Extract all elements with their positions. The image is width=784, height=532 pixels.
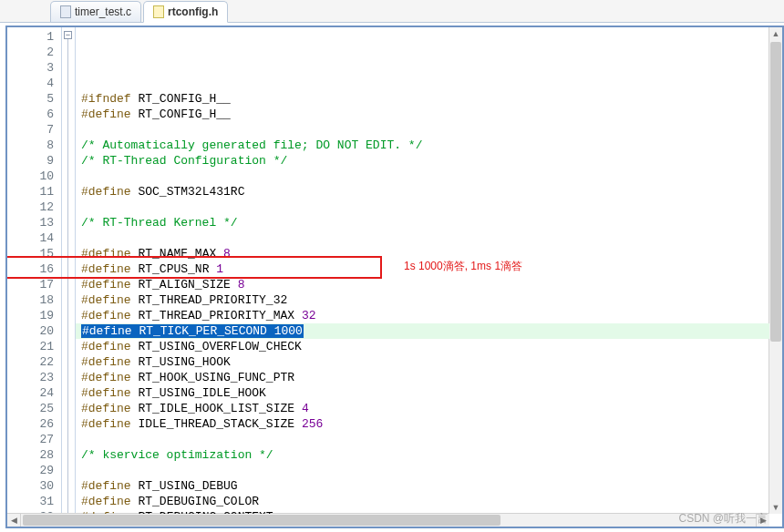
line-number: 25 xyxy=(7,401,61,416)
token-id: RT_CPUS_NR xyxy=(138,262,209,276)
token-id: RT_USING_IDLE_HOOK xyxy=(138,386,265,400)
vertical-scrollbar[interactable]: ▲ ▼ xyxy=(769,27,782,514)
token-id: RT_ALIGN_SIZE xyxy=(138,278,230,292)
token-id: IDLE_THREAD_STACK_SIZE xyxy=(138,417,294,431)
line-number: 28 xyxy=(7,447,61,463)
fold-margin: − xyxy=(62,27,76,514)
code-line[interactable]: #define RT_USING_DEBUG xyxy=(76,478,769,494)
code-line[interactable]: #define RT_HOOK_USING_FUNC_PTR xyxy=(76,370,769,385)
token-kw: #define xyxy=(81,371,131,384)
token-kw: #define xyxy=(81,417,131,431)
line-number: 3 xyxy=(7,60,61,76)
token-kw: #define xyxy=(81,479,131,493)
scroll-up-icon[interactable]: ▲ xyxy=(769,27,782,40)
code-line[interactable]: #define RT_CONFIG_H__ xyxy=(76,107,769,122)
code-line[interactable]: #define RT_THREAD_PRIORITY_MAX 32 xyxy=(76,308,769,323)
horizontal-scrollbar[interactable]: ◀ ▶ xyxy=(7,513,769,527)
line-number: 1 xyxy=(7,29,61,45)
code-line[interactable]: /* RT-Thread Kernel */ xyxy=(76,215,769,230)
token-kw: #define xyxy=(81,107,131,121)
code-line[interactable]: #define RT_USING_HOOK xyxy=(76,354,769,370)
line-number: 2 xyxy=(7,45,61,60)
code-line[interactable]: #define RT_DEBUGING_COLOR xyxy=(76,494,769,509)
line-number: 13 xyxy=(7,215,61,230)
code-line[interactable] xyxy=(76,169,769,184)
line-number: 15 xyxy=(7,246,61,261)
line-number: 27 xyxy=(7,432,61,447)
line-number: 11 xyxy=(7,184,61,200)
line-number: 31 xyxy=(7,494,61,509)
line-number: 21 xyxy=(7,339,61,354)
token-id: RT_HOOK_USING_FUNC_PTR xyxy=(138,371,294,384)
line-number: 17 xyxy=(7,277,61,292)
scroll-left-icon[interactable]: ◀ xyxy=(7,514,21,527)
token-cmt: /* kservice optimization */ xyxy=(81,448,273,462)
code-line[interactable]: #define IDLE_THREAD_STACK_SIZE 256 xyxy=(76,416,769,432)
vscroll-track[interactable] xyxy=(769,40,782,501)
token-id: RT_IDLE_HOOK_LIST_SIZE xyxy=(138,402,294,415)
c-file-icon xyxy=(60,5,71,18)
code-line[interactable]: #define RT_USING_IDLE_HOOK xyxy=(76,385,769,401)
token-id: RT_DEBUGING_CONTEXT xyxy=(138,510,273,514)
fold-toggle-icon[interactable]: − xyxy=(64,31,72,39)
token-kw: #define xyxy=(81,510,131,514)
line-number: 9 xyxy=(7,153,61,169)
token-id: RT_DEBUGING_COLOR xyxy=(138,495,259,508)
code-line[interactable]: /* RT-Thread Configuration */ xyxy=(76,153,769,169)
hscroll-track[interactable] xyxy=(21,514,756,527)
line-number: 30 xyxy=(7,478,61,494)
scroll-down-icon[interactable]: ▼ xyxy=(769,501,782,514)
code-line[interactable]: #define RT_TICK_PER_SECOND 1000 xyxy=(76,323,769,339)
hscroll-thumb[interactable] xyxy=(23,515,500,526)
line-number: 6 xyxy=(7,107,61,122)
token-kw: #define xyxy=(81,495,131,508)
line-number: 12 xyxy=(7,200,61,215)
line-number: 23 xyxy=(7,370,61,385)
code-line[interactable]: #define RT_IDLE_HOOK_LIST_SIZE 4 xyxy=(76,401,769,416)
token-cmt: /* RT-Thread Kernel */ xyxy=(81,216,238,230)
token-kw: #define xyxy=(81,278,131,292)
code-line[interactable]: #define SOC_STM32L431RC xyxy=(76,184,769,200)
token-id: RT_NAME_MAX xyxy=(138,247,216,261)
code-line[interactable] xyxy=(76,463,769,478)
token-id: RT_USING_OVERFLOW_CHECK xyxy=(138,340,301,353)
code-line[interactable]: #ifndef RT_CONFIG_H__ xyxy=(76,91,769,107)
line-number: 7 xyxy=(7,122,61,138)
vscroll-thumb[interactable] xyxy=(770,42,781,342)
selected-text: #define RT_TICK_PER_SECOND 1000 xyxy=(81,324,304,338)
code-line[interactable]: #define RT_THREAD_PRIORITY_32 xyxy=(76,292,769,308)
token-id: RT_THREAD_PRIORITY_MAX xyxy=(138,309,294,322)
line-number: 8 xyxy=(7,138,61,153)
code-area[interactable]: 1s 1000滴答, 1ms 1滴答 #ifndef RT_CONFIG_H__… xyxy=(76,27,769,514)
line-number: 4 xyxy=(7,76,61,91)
token-num: 256 xyxy=(302,417,323,431)
line-number: 16 xyxy=(7,261,61,277)
code-line[interactable] xyxy=(76,122,769,138)
token-cmt: /* Automatically generated file; DO NOT … xyxy=(81,138,422,152)
token-id: RT_USING_DEBUG xyxy=(138,479,237,493)
tab-rtconfig-h[interactable]: rtconfig.h xyxy=(143,1,228,23)
code-line[interactable] xyxy=(76,230,769,246)
token-num: 8 xyxy=(223,247,231,261)
tab-timer_test-c[interactable]: timer_test.c xyxy=(50,1,141,22)
tab-label: rtconfig.h xyxy=(168,5,218,18)
token-cmt: /* RT-Thread Configuration */ xyxy=(81,154,287,168)
token-num: 8 xyxy=(238,278,245,292)
code-line[interactable] xyxy=(76,200,769,215)
code-line[interactable]: /* kservice optimization */ xyxy=(76,447,769,463)
line-number: 26 xyxy=(7,416,61,432)
token-kw: #define xyxy=(81,185,131,199)
token-kw: #define xyxy=(81,386,131,400)
code-line[interactable]: /* Automatically generated file; DO NOT … xyxy=(76,138,769,153)
line-number: 24 xyxy=(7,385,61,401)
token-id: RT_USING_HOOK xyxy=(138,355,230,369)
token-id: RT_CONFIG_H__ xyxy=(138,92,230,106)
code-line[interactable]: #define RT_ALIGN_SIZE 8 xyxy=(76,277,769,292)
scroll-right-icon[interactable]: ▶ xyxy=(756,514,769,527)
code-line[interactable]: #define RT_USING_OVERFLOW_CHECK xyxy=(76,339,769,354)
token-kw: #define xyxy=(81,340,131,353)
line-number: 5 xyxy=(7,91,61,107)
code-line[interactable]: #define RT_DEBUGING_CONTEXT xyxy=(76,509,769,514)
code-line[interactable] xyxy=(76,432,769,447)
line-number: 20 xyxy=(7,323,61,339)
